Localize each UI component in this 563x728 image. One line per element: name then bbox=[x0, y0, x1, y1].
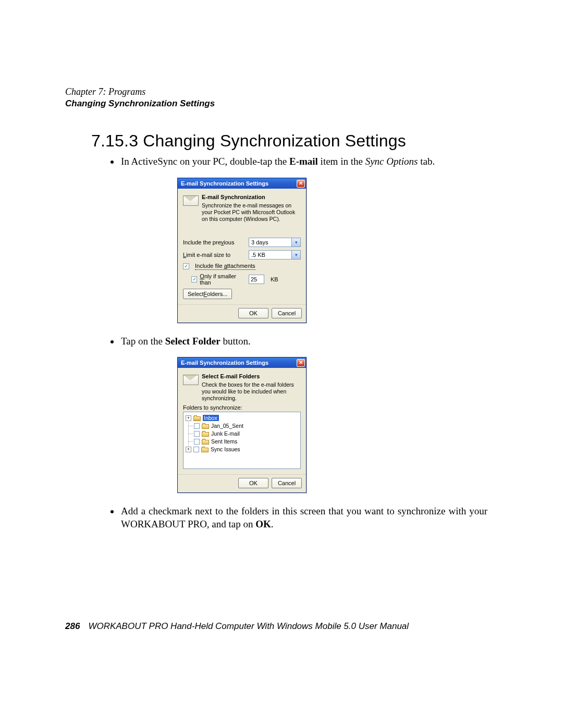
dialog-heading: E-mail Synchronization bbox=[202, 194, 301, 200]
tree-checkbox[interactable] bbox=[193, 447, 199, 452]
folder-icon bbox=[201, 447, 209, 452]
tree-node-label: Sync Issues bbox=[211, 446, 240, 452]
text: imit e-mail size to bbox=[186, 252, 230, 258]
tree-node-junk[interactable]: Junk E-mail bbox=[186, 430, 298, 438]
cancel-button[interactable]: Cancel bbox=[272, 308, 302, 318]
only-if-smaller-checkbox[interactable]: ✓ bbox=[191, 276, 197, 282]
ok-button[interactable]: OK bbox=[238, 308, 268, 318]
chevron-down-icon[interactable]: ▾ bbox=[291, 238, 300, 246]
text: O bbox=[200, 273, 204, 279]
page-footer: 286WORKABOUT PRO Hand-Held Computer With… bbox=[65, 621, 409, 632]
text: Include the pre bbox=[183, 239, 221, 245]
include-attachments-checkbox[interactable]: ✓ bbox=[183, 263, 189, 269]
expand-icon[interactable]: + bbox=[186, 415, 191, 421]
text: In ActiveSync on your PC, double-tap the bbox=[121, 156, 289, 167]
select-folders-button[interactable]: Select Folders... bbox=[183, 289, 232, 299]
text: . bbox=[271, 519, 274, 529]
text-italic: Sync Options bbox=[365, 156, 418, 167]
text-bold: E-mail bbox=[289, 156, 318, 167]
expand-icon[interactable]: + bbox=[186, 447, 191, 452]
folder-icon bbox=[202, 439, 209, 445]
section-heading: 7.15.3 Changing Synchronization Settings bbox=[91, 131, 487, 151]
bullet-1: In ActiveSync on your PC, double-tap the… bbox=[120, 155, 487, 168]
include-previous-select[interactable]: 3 days ▾ bbox=[249, 238, 301, 247]
section-line: Changing Synchronization Settings bbox=[65, 98, 487, 109]
dialog-heading: Select E-mail Folders bbox=[202, 373, 301, 379]
text: Tap on the bbox=[121, 336, 165, 347]
folder-icon bbox=[202, 423, 209, 429]
section-title: Changing Synchronization Settings bbox=[143, 131, 406, 150]
include-attachments-label: Include file attachments bbox=[195, 263, 255, 270]
bullet-2: Tap on the Select Folder button. bbox=[120, 335, 487, 348]
titlebar[interactable]: E-mail Synchronization Settings ✕ bbox=[178, 178, 306, 189]
bullet-3: Add a checkmark next to the folders in t… bbox=[120, 504, 487, 531]
folders-tree[interactable]: + Inbox Jan_05_Sent bbox=[183, 412, 301, 469]
size-unit: KB bbox=[271, 276, 278, 282]
select-value: .5 KB bbox=[251, 252, 265, 258]
tree-node-label: Jan_05_Sent bbox=[211, 423, 243, 429]
tree-node-jan-sent[interactable]: Jan_05_Sent bbox=[186, 422, 298, 430]
footer-text: WORKABOUT PRO Hand-Held Computer With Wi… bbox=[88, 621, 409, 631]
attachment-size-input[interactable]: 25 bbox=[249, 275, 264, 284]
tree-connector bbox=[186, 438, 193, 446]
tree-node-inbox[interactable]: + Inbox bbox=[186, 414, 298, 422]
tree-connector bbox=[186, 422, 193, 430]
tree-label: Folders to synchronize: bbox=[183, 404, 301, 411]
text: Select bbox=[188, 291, 204, 297]
input-value: 25 bbox=[251, 276, 257, 282]
ok-button[interactable]: OK bbox=[238, 478, 268, 488]
include-previous-label: Include the previous bbox=[183, 239, 246, 245]
dialog-title: E-mail Synchronization Settings bbox=[181, 180, 297, 187]
text: ttachments bbox=[227, 263, 255, 269]
text: Include file bbox=[195, 263, 224, 269]
tree-node-sync-issues[interactable]: + Sync Issues bbox=[186, 446, 298, 453]
dialog-title: E-mail Synchronization Settings bbox=[181, 360, 297, 366]
select-value: 3 days bbox=[251, 239, 268, 245]
tree-checkbox[interactable] bbox=[194, 439, 200, 445]
close-icon[interactable]: ✕ bbox=[297, 180, 305, 188]
folder-open-icon bbox=[193, 415, 201, 421]
tree-node-label: Junk E-mail bbox=[211, 430, 240, 437]
text: item in the bbox=[318, 156, 365, 167]
tree-node-label: Inbox bbox=[203, 415, 219, 421]
section-number: 7.15.3 bbox=[91, 131, 138, 151]
envelope-icon bbox=[183, 194, 198, 206]
text: Add a checkmark next to the folders in t… bbox=[121, 505, 487, 530]
chapter-line: Chapter 7: Programs bbox=[65, 86, 487, 98]
limit-size-select[interactable]: .5 KB ▾ bbox=[249, 250, 301, 260]
email-sync-settings-dialog: E-mail Synchronization Settings ✕ E-mail… bbox=[177, 178, 307, 323]
tree-node-label: Sent Items bbox=[211, 438, 237, 445]
select-folders-dialog: E-mail Synchronization Settings ✕ Select… bbox=[177, 357, 307, 492]
text: ious bbox=[224, 239, 234, 245]
chevron-down-icon[interactable]: ▾ bbox=[291, 251, 300, 259]
tree-node-sent-items[interactable]: Sent Items bbox=[186, 438, 298, 446]
tree-checkbox[interactable] bbox=[194, 423, 200, 429]
titlebar[interactable]: E-mail Synchronization Settings ✕ bbox=[178, 357, 306, 368]
limit-size-label: Limit e-mail size to bbox=[183, 252, 246, 258]
close-icon[interactable]: ✕ bbox=[297, 359, 305, 367]
only-if-smaller-label: ✓ Only if smaller than bbox=[191, 273, 246, 286]
envelope-icon bbox=[183, 373, 198, 386]
text-bold: Select Folder bbox=[165, 336, 221, 347]
tree-checkbox[interactable] bbox=[194, 431, 200, 437]
dialog-description: Synchronize the e-mail messages on your … bbox=[202, 202, 301, 223]
page-number: 286 bbox=[65, 621, 80, 631]
text: olders... bbox=[207, 291, 227, 297]
text-bold: OK bbox=[255, 519, 271, 529]
tree-connector bbox=[186, 430, 193, 438]
text: tab. bbox=[418, 156, 435, 167]
cancel-button[interactable]: Cancel bbox=[272, 478, 302, 488]
text: nly if smaller than bbox=[200, 273, 236, 286]
folder-icon bbox=[202, 431, 209, 437]
dialog-description: Check the boxes for the e-mail folders y… bbox=[202, 381, 301, 402]
text: F bbox=[204, 291, 207, 297]
text: button. bbox=[221, 336, 251, 347]
